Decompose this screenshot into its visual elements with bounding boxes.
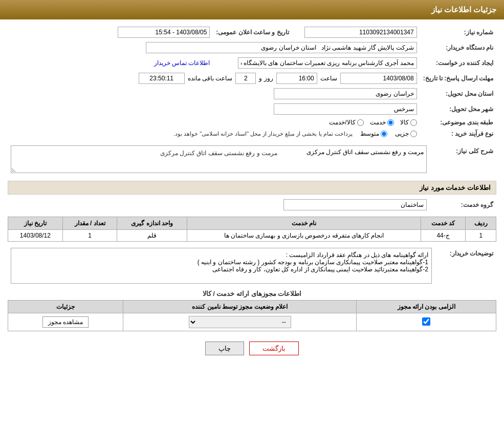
deadline-time-label: ساعت [320,75,337,82]
buyer-notes-content: ارائه گواهینامه های ذیل در هنگام عقد قرا… [11,248,432,284]
cell-date: 1403/08/12 [8,230,63,242]
cell-rownum: 1 [466,230,496,242]
cell-qty: 1 [62,230,117,242]
contact-link[interactable]: اطلاعات تماس خریدار [154,59,210,67]
page-header: جزئیات اطلاعات نیاز [0,0,504,19]
purchase-motavasset-label: متوسط [360,130,379,137]
deadline-countdown-input[interactable] [139,73,185,84]
cell-code: ج-44 [421,230,466,242]
category-both-radio[interactable] [357,119,364,126]
permit-required-cell [357,313,496,331]
services-table: ردیف کد خدمت نام خدمت واحد اندازه گیری ت… [8,217,496,242]
buyer-org-label: نام دستگاه خریدار: [420,40,496,55]
need-number-label: شماره نیاز: [420,25,496,40]
category-both-item: کالا/خدمت [329,119,363,126]
deadline-label: مهلت ارسال پاسخ: تا تاریخ: [420,71,496,86]
category-khedmat-radio[interactable] [387,119,394,126]
print-button[interactable]: چاپ [205,342,244,355]
category-kala-item: کالا [400,119,417,126]
col-rownum: ردیف [466,217,496,230]
service-group-table: گروه خدمت: [8,197,496,212]
deadline-days-input[interactable] [235,73,256,84]
purchase-jozi-radio[interactable] [410,131,417,137]
category-kala-label: کالا [400,119,409,126]
purchase-type-label: نوع فرآیند خرید : [420,128,496,139]
col-name: نام خدمت [187,217,421,230]
service-group-label: گروه خدمت: [430,197,496,212]
col-date: تاریخ نیاز [8,217,63,230]
col-qty: تعداد / مقدار [62,217,117,230]
category-label: طبقه بندی موضوعی: [420,117,496,128]
purchase-jozi-label: جزیی [395,130,409,137]
cell-name: انجام کارهای متفرقه درخصوص بازسازی و بهس… [187,230,421,242]
need-number-input[interactable] [304,27,417,38]
category-kala-radio[interactable] [410,119,417,126]
view-permit-button[interactable]: مشاهده مجوز [42,316,89,328]
purchase-motavasset-item: متوسط [360,130,387,137]
permit-required-checkbox[interactable] [422,317,430,326]
province-label: استان محل تحویل: [420,86,496,101]
service-group-input[interactable] [283,199,427,210]
need-desc-label: شرح کلی نیاز: [430,143,496,177]
category-both-label: کالا/خدمت [329,119,355,126]
buyer-notes-label: توضیحات خریدار: [435,246,496,286]
creator-label: ایجاد کننده در خواست: [420,55,496,71]
category-khedmat-label: خدمت [370,119,386,126]
announce-date-input[interactable] [118,27,210,38]
permit-col-status: اعلام وضعیت مجوز توسط نامین کننده [123,301,357,313]
service-table-row: 1 ج-44 انجام کارهای متفرقه درخصوص بازساز… [8,230,496,242]
deadline-remaining-label: ساعت باقی مانده [188,75,233,82]
province-input[interactable] [274,88,417,99]
permit-col-details: جزئیات [8,301,123,313]
cell-unit: قلم [117,230,187,242]
col-code: کد خدمت [421,217,466,230]
deadline-date-input[interactable] [340,73,417,84]
footer-buttons: بازگشت چاپ [8,342,496,355]
service-section-header: اطلاعات خدمات مورد نیاز [8,181,496,195]
deadline-time-input[interactable] [276,73,317,84]
city-label: شهر محل تحویل: [420,101,496,117]
col-unit: واحد اندازه گیری [117,217,187,230]
main-info-table: شماره نیاز: تاریخ و ساعت اعلان عمومی: نا… [8,25,496,139]
buyer-org-input[interactable] [146,42,417,53]
need-desc-textarea[interactable] [11,145,427,173]
purchase-jozi-item: جزیی [395,130,417,137]
permit-details-cell: مشاهده مجوز [8,313,123,331]
city-input[interactable] [274,103,417,115]
need-desc-table: شرح کلی نیاز: مرمت و رفع نشستی سقف اتاق … [8,143,496,177]
category-khedmat-item: خدمت [370,119,394,126]
back-button[interactable]: بازگشت [249,342,299,355]
permit-col-required: الزامی بودن ارائه مجوز [357,301,496,313]
permit-status-cell: -- [123,313,357,331]
page-title: جزئیات اطلاعات نیاز [431,5,496,14]
permit-table: الزامی بودن ارائه مجوز اعلام وضعیت مجوز … [8,300,496,331]
creator-input[interactable] [238,57,417,69]
permit-status-select[interactable]: -- [189,316,291,328]
purchase-note: پرداخت تمام یا بخشی از مبلغ خریدار از مح… [173,131,353,137]
purchase-motavasset-radio[interactable] [381,131,387,137]
permit-section-title: اطلاعات مجوزهای ارائه خدمت / کالا [8,290,496,297]
deadline-days-label: روز و [259,75,273,82]
buyer-notes-table: توضیحات خریدار: ارائه گواهینامه های ذیل … [8,246,496,286]
announce-date-label: تاریخ و ساعت اعلان عمومی: [213,25,292,40]
permit-row: -- مشاهده مجوز [8,313,496,331]
